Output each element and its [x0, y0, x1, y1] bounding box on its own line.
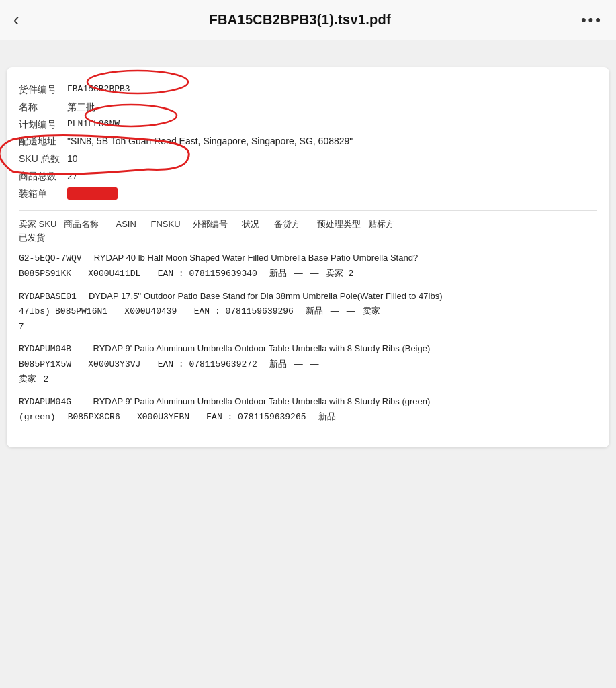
product-1-qty: 2 — [349, 268, 353, 278]
product-item-4: RYDAPUM04G RYDAP 9' Patio Aluminum Umbre… — [19, 394, 597, 425]
product-4-asin: B085PX8CR6 — [68, 412, 120, 422]
product-1-dash1: — — [294, 268, 303, 278]
product-2-qty: 7 — [19, 321, 24, 331]
product-item-3: RYDAPUM04B RYDAP 9' Patio Aluminum Umbre… — [19, 341, 597, 386]
label-address: 配送地址 — [19, 134, 67, 150]
product-1-fnsku: X000U411DL — [88, 269, 140, 279]
label-plan-id: 计划编号 — [19, 117, 67, 133]
product-1-dash2: — — [310, 268, 319, 278]
more-menu-button[interactable]: ••• — [581, 11, 603, 29]
value-total-items: 27 — [67, 169, 597, 185]
nav-title: FBA15CB2BPB3(1).tsv1.pdf — [209, 12, 391, 28]
product-3-condition: 新品 — [269, 359, 287, 369]
product-3-fulfillment: 卖家 — [19, 374, 36, 384]
product-4-fnsku: X000U3YEBN — [137, 412, 189, 422]
product-2-asin: 47lbs) — [19, 306, 50, 316]
product-1-ean: EAN : 0781159639340 — [158, 269, 257, 279]
product-2-asin2: B085PW16N1 — [55, 306, 107, 316]
value-address: "SIN8, 5B Toh Guan Road East, Singapore,… — [67, 134, 597, 150]
info-row-shipment-id: 货件编号 FBA15CB2BPB3 — [19, 82, 597, 98]
product-3-asin: B085PY1X5W — [19, 359, 71, 370]
product-item-1: G2-5EQO-7WQV RYDAP 40 lb Half Moon Shape… — [19, 251, 597, 281]
product-2-dash2: — — [347, 306, 355, 316]
product-3-qty: 2 — [44, 374, 48, 384]
info-table: 货件编号 FBA15CB2BPB3 名称 第二批 计划编号 PLN1FL86NW… — [19, 82, 597, 202]
product-3-desc: RYDAP 9' Patio Aluminum Umbrella Outdoor… — [93, 343, 431, 353]
product-2-condition: 新品 — [306, 306, 323, 316]
product-1-condition: 新品 — [269, 268, 287, 278]
top-spacer — [0, 40, 616, 67]
value-packing — [67, 186, 597, 202]
product-2-sku: RYDAPBASE01 — [19, 292, 77, 302]
table-header: 卖家 SKU 商品名称 ASIN FNSKU 外部编号 状况 备货方 预处理类型… — [19, 218, 597, 246]
product-1-fulfillment: 卖家 — [326, 268, 343, 278]
section-divider — [19, 210, 597, 211]
product-2-dash1: — — [331, 306, 339, 316]
info-row-plan-id: 计划编号 PLN1FL86NW — [19, 117, 597, 133]
product-2-desc: DYDAP 17.5'' Outdoor Patio Base Stand fo… — [89, 291, 443, 301]
label-total-items: 商品总数 — [19, 169, 67, 185]
label-shipment-id: 货件编号 — [19, 82, 67, 98]
product-item-2: RYDAPBASE01 DYDAP 17.5'' Outdoor Patio B… — [19, 289, 597, 333]
info-row-sku-count: SKU 总数 10 — [19, 151, 597, 167]
product-4-sku: RYDAPUM04G — [19, 397, 71, 407]
product-3-dash2: — — [310, 359, 319, 369]
value-name: 第二批 — [67, 99, 597, 116]
value-shipment-id: FBA15CB2BPB3 — [67, 82, 597, 97]
product-4-desc: RYDAP 9' Patio Aluminum Umbrella Outdoor… — [93, 396, 431, 406]
product-1-desc: RYDAP 40 lb Half Moon Shaped Water Fille… — [94, 253, 418, 263]
table-header-text: 卖家 SKU 商品名称 ASIN FNSKU 外部编号 状况 备货方 预处理类型… — [19, 219, 394, 243]
label-sku-count: SKU 总数 — [19, 151, 67, 167]
product-1-sku: G2-5EQO-7WQV — [19, 253, 82, 263]
info-row-packing: 装箱单 — [19, 186, 597, 202]
back-button[interactable]: ‹ — [13, 9, 19, 30]
product-4-condition: 新品 — [318, 411, 336, 421]
product-3-sku: RYDAPUM04B — [19, 344, 71, 354]
product-2-fulfillment: 卖家 — [363, 306, 380, 316]
product-4-ean: EAN : 0781159639265 — [206, 412, 306, 422]
label-packing: 装箱单 — [19, 186, 67, 202]
product-3-ean: EAN : 0781159639272 — [158, 359, 257, 370]
product-4-suffix: (green) — [19, 412, 56, 422]
product-3-fnsku: X000U3Y3VJ — [88, 359, 140, 370]
info-row-name: 名称 第二批 — [19, 99, 597, 116]
value-plan-id: PLN1FL86NW — [67, 117, 597, 132]
label-name: 名称 — [19, 99, 67, 116]
nav-bar: ‹ FBA15CB2BPB3(1).tsv1.pdf ••• — [0, 0, 616, 40]
product-3-dash1: — — [294, 359, 303, 369]
product-2-fnsku: X000U40439 — [124, 306, 177, 316]
document-card: 货件编号 FBA15CB2BPB3 名称 第二批 计划编号 PLN1FL86NW… — [7, 67, 609, 447]
info-row-address: 配送地址 "SIN8, 5B Toh Guan Road East, Singa… — [19, 134, 597, 150]
info-row-total-items: 商品总数 27 — [19, 169, 597, 185]
product-2-ean: EAN : 0781159639296 — [194, 306, 294, 316]
product-1-asin: B085PS91KK — [19, 269, 71, 279]
value-sku-count: 10 — [67, 151, 597, 167]
